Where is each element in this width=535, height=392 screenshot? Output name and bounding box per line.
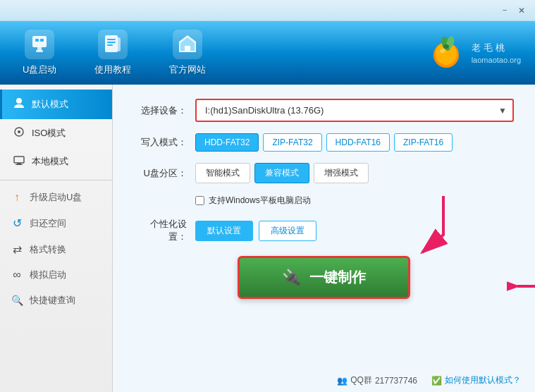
toolbar-item-tutorial[interactable]: 使用教程 (86, 24, 140, 82)
svg-rect-2 (40, 39, 44, 42)
sidebar-item-iso-mode-label: ISO模式 (32, 127, 66, 140)
device-select-value: I:(hd1)SanDiskUltra (13.76G) (205, 105, 324, 116)
checkbox-row: 支持Windows平板电脑启动 (195, 195, 514, 207)
sidebar-item-local-mode[interactable]: 本地模式 (0, 147, 112, 176)
svg-rect-5 (105, 35, 118, 52)
svg-rect-9 (117, 37, 121, 51)
partition-row: U盘分区： 智能模式 兼容模式 增强模式 (134, 163, 514, 183)
usb-boot-icon (25, 30, 54, 59)
tutorial-label: 使用教程 (94, 63, 131, 76)
sidebar-divider (0, 180, 112, 180)
logo-area: 老 毛 桃 老毛桃 laomaotao.org (427, 34, 521, 73)
sidebar-item-iso-mode[interactable]: ISO模式 (0, 119, 112, 147)
website-label: 官方网站 (169, 63, 206, 76)
toolbar-item-usb-boot[interactable]: U盘启动 (14, 24, 65, 82)
logo-text-area: 老 毛 桃 老毛桃 laomaotao.org (472, 42, 521, 64)
device-row: 选择设备： I:(hd1)SanDiskUltra (13.76G) ▼ (134, 99, 514, 122)
qq-number: 217737746 (375, 376, 417, 386)
personalize-default[interactable]: 默认设置 (195, 221, 253, 241)
action-button[interactable]: 🔌 一键制作 (238, 256, 410, 299)
default-mode-icon (12, 97, 26, 112)
svg-rect-4 (36, 50, 43, 52)
qq-icon: 👥 (337, 376, 348, 386)
sidebar-item-local-mode-label: 本地模式 (32, 155, 68, 168)
personalize-label: 个性化设置： (134, 218, 187, 243)
sidebar-main-section: 默认模式 ISO模式 (0, 88, 112, 177)
svg-rect-8 (107, 44, 113, 46)
svg-rect-23 (17, 163, 21, 164)
device-select-box[interactable]: I:(hd1)SanDiskUltra (13.76G) ▼ (195, 99, 514, 122)
write-mode-row: 写入模式： HDD-FAT32 ZIP-FAT32 HDD-FAT16 ZIP-… (134, 133, 514, 152)
sidebar-item-simulate-boot[interactable]: ∞ 模拟启动 (0, 262, 112, 288)
svg-point-21 (18, 130, 20, 133)
sidebar-item-format-convert[interactable]: ⇄ 格式转换 (0, 236, 112, 262)
shortcut-query-icon: 🔍 (10, 295, 24, 306)
website-icon (173, 30, 202, 59)
svg-rect-1 (35, 39, 39, 42)
tablet-support-checkbox[interactable] (195, 196, 204, 205)
svg-rect-0 (32, 36, 47, 47)
write-mode-hdd-fat32[interactable]: HDD-FAT32 (195, 133, 259, 152)
sidebar-item-default-mode[interactable]: 默认模式 (0, 90, 112, 119)
sidebar-item-shortcut-query-label: 快捷键查询 (30, 294, 75, 307)
iso-mode-icon (12, 126, 26, 140)
partition-modes-group: 智能模式 兼容模式 增强模式 (195, 163, 369, 183)
sidebar-secondary-section: ↑ 升级启动U盘 ↺ 归还空间 ⇄ 格式转换 ∞ 模拟启动 🔍 快捷键查询 (0, 183, 112, 314)
svg-point-17 (443, 44, 449, 49)
partition-enhanced[interactable]: 增强模式 (314, 163, 369, 183)
titlebar: － ✕ (0, 0, 535, 21)
partition-label: U盘分区： (134, 167, 187, 180)
toolbar-item-website[interactable]: 官方网站 (161, 24, 214, 82)
simulate-boot-icon: ∞ (10, 269, 24, 281)
partition-smart[interactable]: 智能模式 (195, 163, 250, 183)
help-label: 如何使用默认模式？ (445, 374, 521, 386)
sidebar-item-format-convert-label: 格式转换 (30, 243, 66, 256)
main-area: 默认模式 ISO模式 (0, 85, 535, 392)
upgrade-usb-icon: ↑ (10, 191, 24, 204)
device-select-container: I:(hd1)SanDiskUltra (13.76G) ▼ (195, 99, 514, 122)
local-mode-icon (12, 154, 26, 169)
sidebar-item-upgrade-usb[interactable]: ↑ 升级启动U盘 (0, 185, 112, 210)
svg-rect-24 (16, 164, 23, 165)
write-modes-group: HDD-FAT32 ZIP-FAT32 HDD-FAT16 ZIP-FAT16 (195, 133, 453, 152)
logo-subtitle: laomaotao.org (472, 56, 521, 64)
sidebar-item-default-mode-label: 默认模式 (32, 98, 68, 111)
footer: 👥 QQ群 217737746 ✅ 如何使用默认模式？ (337, 374, 521, 386)
personalize-advanced[interactable]: 高级设置 (259, 221, 316, 241)
restore-space-icon: ↺ (10, 216, 24, 230)
sidebar-item-restore-space-label: 归还空间 (30, 217, 66, 230)
annotation-arrow-left (507, 269, 535, 304)
tutorial-icon (98, 30, 128, 59)
dropdown-arrow-icon: ▼ (498, 106, 507, 116)
close-button[interactable]: ✕ (514, 4, 529, 17)
svg-rect-22 (14, 157, 24, 163)
svg-rect-6 (107, 39, 116, 40)
write-mode-label: 写入模式： (134, 136, 187, 149)
sidebar-item-upgrade-usb-label: 升级启动U盘 (30, 191, 82, 204)
action-btn-label: 一键制作 (309, 268, 366, 287)
svg-rect-7 (107, 42, 116, 43)
svg-point-19 (16, 98, 22, 104)
partition-compat[interactable]: 兼容模式 (254, 163, 309, 183)
write-mode-zip-fat32[interactable]: ZIP-FAT32 (263, 133, 321, 152)
qq-group-info: 👥 QQ群 217737746 (337, 374, 417, 386)
tablet-support-label[interactable]: 支持Windows平板电脑启动 (209, 195, 311, 207)
sidebar-item-restore-space[interactable]: ↺ 归还空间 (0, 210, 112, 236)
action-btn-container: 🔌 一键制作 (134, 256, 514, 299)
usb-boot-label: U盘启动 (23, 63, 56, 76)
qq-label: QQ群 (350, 374, 372, 386)
personalize-row: 个性化设置： 默认设置 高级设置 (134, 218, 514, 243)
action-btn-usb-icon: 🔌 (282, 269, 301, 287)
toolbar: U盘启动 使用教程 官方网站 (0, 21, 535, 85)
sidebar-item-simulate-boot-label: 模拟启动 (30, 269, 66, 281)
help-link[interactable]: ✅ 如何使用默认模式？ (431, 374, 521, 386)
device-label: 选择设备： (134, 104, 187, 117)
minimize-button[interactable]: － (497, 4, 512, 17)
svg-rect-12 (185, 46, 190, 51)
sidebar-item-shortcut-query[interactable]: 🔍 快捷键查询 (0, 288, 112, 313)
logo-image (427, 34, 466, 73)
write-mode-zip-fat16[interactable]: ZIP-FAT16 (394, 133, 453, 152)
sidebar: 默认模式 ISO模式 (0, 85, 113, 392)
help-icon: ✅ (431, 376, 442, 386)
write-mode-hdd-fat16[interactable]: HDD-FAT16 (326, 133, 390, 152)
